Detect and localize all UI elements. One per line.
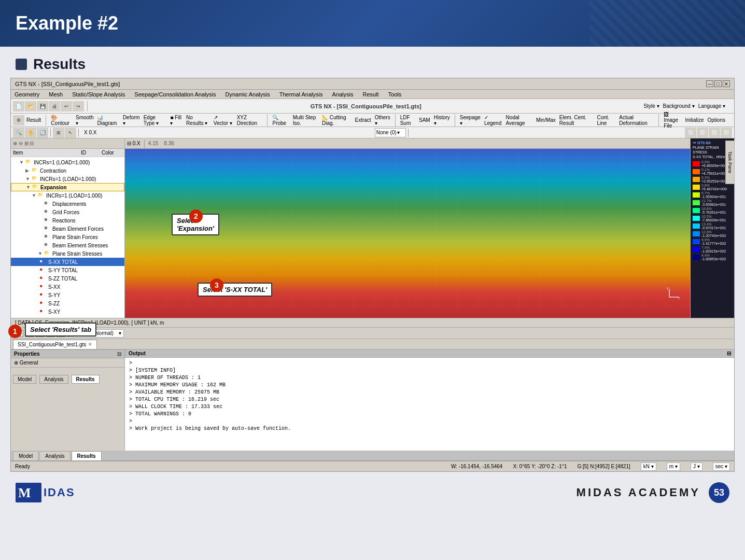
tree-node-expansion[interactable]: ▼ 📁 Expansion [11,183,124,191]
tree-node-contraction[interactable]: ▶ 📁 Contraction [11,166,124,175]
history-btn[interactable]: History ▾ [432,114,452,127]
callout-sxx-text: Select 'S-XX TOTAL' [198,283,272,297]
tree-node-sxy[interactable]: ■ S-XY [11,307,124,316]
legend-color-10 [693,239,700,244]
view-3d-icon[interactable]: ⬜ [721,128,732,138]
tree-node-incr2[interactable]: ▼ 📁 INCRs=1 (LOAD=1.000) [11,175,124,183]
vector-btn[interactable]: ↗ Vector ▾ [212,114,235,127]
tree-node-reactions[interactable]: ⊕ Reactions [11,216,124,225]
background-label[interactable]: Background ▾ [662,103,696,109]
tree-node-beam-forces[interactable]: ⊕ Beam Element Forces [11,225,124,233]
legend-color-12 [693,255,700,260]
menu-result[interactable]: Result [361,91,380,97]
menu-geometry[interactable]: Geometry [13,91,41,97]
view-top-icon[interactable]: ⬜ [685,128,696,138]
no-results-btn[interactable]: No Results ▾ [185,114,212,127]
unit-kn-dropdown[interactable]: kN ▾ [641,463,656,471]
tree-node-beam-stresses[interactable]: ⊕ Beam Element Stresses [11,241,124,249]
view-right-icon[interactable]: ⬜ [709,128,720,138]
tree-node-plane-forces[interactable]: ⊕ Plane Strain Forces [11,233,124,241]
diagram-btn[interactable]: 📊 Diagram [95,114,120,127]
model-tab-ref[interactable]: Model [13,375,36,384]
tab-results[interactable]: Results [72,451,102,460]
tree-content: ▼ 📁 INCRs=1 (LOAD=1.000) ▶ 📁 Contraction… [11,157,124,318]
options-btn[interactable]: Options [706,117,727,123]
menu-static[interactable]: Static/Slope Analysis [71,91,126,97]
tree-node-incr3[interactable]: ▼ 📁 INCRs=1 (LOAD=1.000) [11,191,124,200]
fit-icon[interactable]: ⊞ [53,128,64,138]
task-panel-tab[interactable]: Task Pane [725,141,734,184]
toolbar-icon-save[interactable]: 💾 [37,101,48,111]
menu-dynamic[interactable]: Dynamic Analysis [224,91,272,97]
tree-node-syy-total[interactable]: ■ S-YY TOTAL [11,266,124,274]
callout-2-circle: 2 [189,209,203,223]
unit-sec-dropdown[interactable]: sec ▾ [713,463,730,471]
minmax-btn[interactable]: Min/Max [535,117,557,123]
edge-type-btn[interactable]: Edge Type ▾ [142,114,168,127]
menu-thermal[interactable]: Thermal Analysis [278,91,325,97]
nodal-avg-btn[interactable]: Nodal Average [504,114,534,127]
smooth-btn[interactable]: Smooth ▾ [74,114,95,127]
menu-analysis[interactable]: Analysis [330,91,355,97]
tree-node-szz-total[interactable]: ■ S-ZZ TOTAL [11,274,124,283]
minimize-button[interactable]: — [706,80,713,87]
toolbar-icon-undo[interactable]: ↩ [61,101,72,111]
tab-model[interactable]: Model [13,451,38,460]
tree-node-incr1[interactable]: ▼ 📁 INCRs=1 (LOAD=1.000) [11,158,124,166]
tab-analysis[interactable]: Analysis [39,451,70,460]
xyz-btn[interactable]: XYZ Direction [235,114,264,127]
actual-def-btn[interactable]: Actual Deformation [617,114,655,127]
probe-btn[interactable]: 🔍 Probe [271,114,290,127]
tree-node-displacements[interactable]: ⊕ Displacements [11,200,124,208]
tree-node-grid-forces[interactable]: ⊕ Grid Forces [11,208,124,216]
menu-mesh[interactable]: Mesh [47,91,64,97]
menu-tools[interactable]: Tools [387,91,403,97]
extract-btn[interactable]: Extract [354,117,373,123]
tree-node-sxx-total[interactable]: ■ S-XX TOTAL [11,258,124,266]
contour-btn[interactable]: 🎨 Contour [49,114,74,127]
others-btn[interactable]: Others ▾ [373,114,392,127]
analysis-tab-ref[interactable]: Analysis [39,375,68,384]
ldf-sum-btn[interactable]: LDF Sum [399,114,417,127]
tree-node-szz[interactable]: ■ S-ZZ [11,299,124,307]
menu-seepage[interactable]: Seepage/Consolidation Analysis [133,91,217,97]
style-label[interactable]: Style ▾ [642,103,661,109]
unit-j-dropdown[interactable]: J ▾ [691,463,702,471]
seepage-btn[interactable]: Seepage ▾ [458,114,482,127]
rotate-icon[interactable]: 🔄 [37,128,48,138]
tree-node-sxx[interactable]: ■ S-XX [11,283,124,291]
close-file-icon[interactable]: ✕ [88,342,92,347]
output-dock-icon: ⊟ [727,351,731,356]
cont-line-btn[interactable]: Cont. Line [595,114,617,127]
initialize-btn[interactable]: Initialize [683,117,705,123]
close-button[interactable]: ✕ [723,80,730,87]
legend-btn[interactable]: ✓ Legend [483,114,504,127]
tree-node-syy[interactable]: ■ S-YY [11,291,124,299]
view-front-icon[interactable]: ⬜ [697,128,708,138]
unit-m-dropdown[interactable]: m ▾ [667,463,680,471]
image-file-btn[interactable]: 🖼 Image File [662,111,683,129]
zoom-icon[interactable]: 🔍 [13,128,24,138]
toolbar-icon-redo[interactable]: ↪ [73,101,84,111]
sam-btn[interactable]: SAM [417,117,432,123]
tree-node-plane-stresses[interactable]: ▼ 📁 Plane Strain Stresses [11,249,124,258]
calculation-icon[interactable]: ⚙ [13,115,24,125]
fill-btn[interactable]: ■ Fill ▾ [168,114,184,127]
toolbar-icon-open[interactable]: 📂 [25,101,36,111]
language-label[interactable]: Language ▾ [697,103,727,109]
file-tab[interactable]: SSI_ContiguousPile_test1.gts ✕ [13,340,97,349]
midas-text: IDAS [44,486,75,499]
toolbar-icon-new[interactable]: 📄 [13,101,24,111]
maximize-button[interactable]: □ [714,80,722,87]
none-dropdown[interactable]: None (0)▾ [375,128,406,137]
pan-icon[interactable]: ✋ [25,128,36,138]
toolbar-icon-print[interactable]: 🖨 [49,101,60,111]
deform-btn[interactable]: Deform ▾ [121,114,142,127]
viewport-area: ⊟ 0.X 4.15 8.36 [125,138,690,318]
results-tab-ref[interactable]: Results [72,375,100,384]
select-icon[interactable]: ↖ [65,128,76,138]
cutting-btn[interactable]: 📐 Cutting Diag. [320,114,353,127]
multi-step-btn[interactable]: Multi Step Iso. [291,114,320,127]
slide-title: Example #2 [16,12,118,34]
elem-cent-btn[interactable]: Elem. Cent. Result [558,114,595,127]
